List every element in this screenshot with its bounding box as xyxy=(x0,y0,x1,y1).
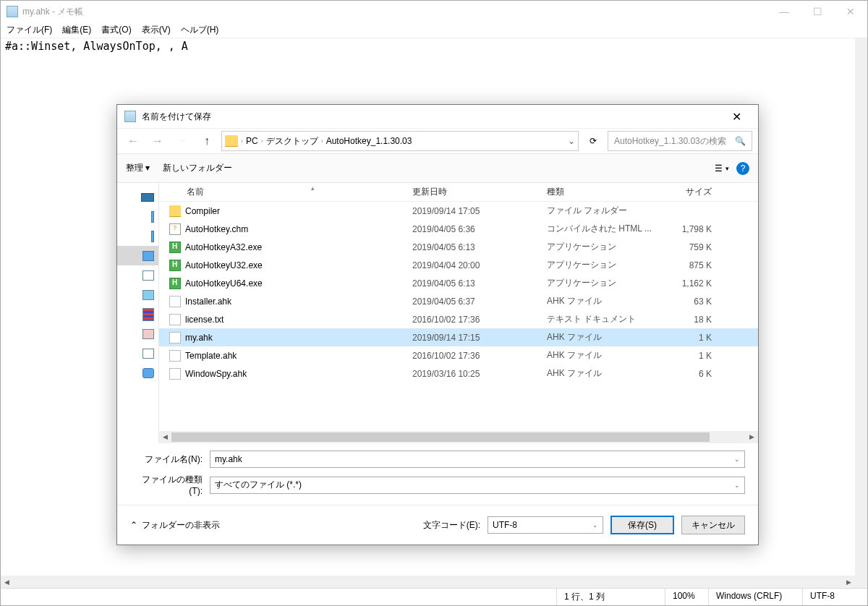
nav-forward-button[interactable]: → xyxy=(148,131,168,151)
dropdown-icon[interactable]: ⌄ xyxy=(734,456,740,463)
tree-item[interactable] xyxy=(117,265,158,285)
maximize-button[interactable]: ☐ xyxy=(801,1,834,22)
file-icon xyxy=(169,350,181,362)
dialog-title: 名前を付けて保存 xyxy=(142,111,211,123)
dropdown-icon[interactable]: ⌄ xyxy=(734,482,740,489)
file-size: 1,798 K xyxy=(667,224,718,234)
encoding-select[interactable]: UTF-8⌄ xyxy=(488,516,603,534)
chevron-icon: › xyxy=(241,137,243,145)
organize-button[interactable]: 整理 ▾ xyxy=(126,162,150,174)
file-date: 2019/09/14 17:15 xyxy=(412,333,547,343)
refresh-button[interactable]: ⟳ xyxy=(583,131,603,151)
tree-item-selected[interactable] xyxy=(117,246,158,265)
menu-file[interactable]: ファイル(F) xyxy=(7,24,52,36)
dialog-close-button[interactable]: ✕ xyxy=(722,110,751,124)
tree-item[interactable] xyxy=(117,343,158,363)
file-row[interactable]: AutoHotkey.chm2019/04/05 6:36コンパイルされた HT… xyxy=(159,220,758,238)
filetype-select[interactable]: すべてのファイル (*.*)⌄ xyxy=(210,477,745,494)
tree-item[interactable] xyxy=(117,226,158,246)
status-position: 1 行、1 列 xyxy=(556,589,665,605)
file-type: アプリケーション xyxy=(547,241,667,253)
chevron-icon: ⌃ xyxy=(130,520,137,530)
file-list-pane: 名前▴ 更新日時 種類 サイズ Compiler2019/09/14 17:05… xyxy=(159,183,758,443)
file-row[interactable]: AutoHotkeyU64.exe2019/04/05 6:13アプリケーション… xyxy=(159,274,758,292)
file-size: 875 K xyxy=(667,260,718,270)
notepad-content[interactable]: #a::Winset, AlwaysOnTop, , A xyxy=(1,38,867,54)
col-size[interactable]: サイズ xyxy=(667,186,718,198)
encoding-label: 文字コード(E): xyxy=(423,519,480,532)
save-button[interactable]: 保存(S) xyxy=(610,516,674,534)
file-name: AutoHotkey.chm xyxy=(185,224,248,234)
tree-item[interactable] xyxy=(117,207,158,226)
notepad-vscroll[interactable] xyxy=(855,38,867,588)
file-type: テキスト ドキュメント xyxy=(547,313,667,325)
breadcrumb-pc[interactable]: PC xyxy=(246,136,258,146)
file-row[interactable]: my.ahk2019/09/14 17:15AHK ファイル1 K xyxy=(159,328,758,346)
notepad-icon xyxy=(7,6,18,17)
status-encoding: UTF-8 xyxy=(802,589,867,605)
file-row[interactable]: Template.ahk2016/10/02 17:36AHK ファイル1 K xyxy=(159,346,758,364)
tree-item[interactable] xyxy=(117,304,158,324)
nav-back-button[interactable]: ← xyxy=(123,131,143,151)
nav-tree[interactable] xyxy=(117,183,159,443)
col-name[interactable]: 名前▴ xyxy=(159,186,412,198)
dialog-bottom: ⌃フォルダーの非表示 文字コード(E): UTF-8⌄ 保存(S) キャンセル xyxy=(117,505,758,545)
file-size: 18 K xyxy=(667,315,718,325)
file-type: AHK ファイル xyxy=(547,295,667,307)
file-name: Compiler xyxy=(185,206,220,216)
menu-view[interactable]: 表示(V) xyxy=(142,24,171,36)
file-row[interactable]: AutoHotkeyU32.exe2019/04/04 20:00アプリケーショ… xyxy=(159,256,758,274)
file-size: 1,162 K xyxy=(667,278,718,289)
menu-edit[interactable]: 編集(E) xyxy=(62,24,91,36)
menu-help[interactable]: ヘルプ(H) xyxy=(181,24,219,36)
file-name: WindowSpy.ahk xyxy=(185,369,247,379)
file-icon xyxy=(169,368,181,380)
address-bar[interactable]: › PC › デスクトップ › AutoHotkey_1.1.30.03 ⌄ xyxy=(221,131,579,151)
notepad-titlebar: my.ahk - メモ帳 — ☐ ✕ xyxy=(1,1,867,22)
file-date: 2019/09/14 17:05 xyxy=(412,206,547,216)
file-icon xyxy=(169,332,181,343)
file-row[interactable]: AutoHotkeyA32.exe2019/04/05 6:13アプリケーション… xyxy=(159,238,758,256)
tree-item[interactable] xyxy=(117,363,158,383)
col-type[interactable]: 種類 xyxy=(547,186,667,198)
file-row[interactable]: WindowSpy.ahk2019/03/16 10:25AHK ファイル6 K xyxy=(159,364,758,383)
file-icon xyxy=(169,242,181,253)
file-icon xyxy=(169,278,181,289)
file-row[interactable]: license.txt2016/10/02 17:36テキスト ドキュメント18… xyxy=(159,310,758,328)
file-type: AHK ファイル xyxy=(547,349,667,362)
close-button[interactable]: ✕ xyxy=(834,1,867,22)
file-list[interactable]: Compiler2019/09/14 17:05ファイル フォルダーAutoHo… xyxy=(159,202,758,431)
file-icon xyxy=(169,223,181,235)
file-row[interactable]: Installer.ahk2019/04/05 6:37AHK ファイル63 K xyxy=(159,292,758,310)
help-icon[interactable]: ? xyxy=(736,162,749,175)
nav-up-button[interactable]: ↑ xyxy=(197,131,217,151)
nav-recent-button[interactable]: ﹀ xyxy=(172,131,192,151)
tree-item[interactable] xyxy=(117,324,158,343)
filename-input[interactable]: my.ahk⌄ xyxy=(210,451,745,468)
file-size: 1 K xyxy=(667,351,718,361)
dialog-toolbar: 整理 ▾ 新しいフォルダー ☰▾ ? xyxy=(117,154,758,183)
address-dropdown-icon[interactable]: ⌄ xyxy=(568,136,575,146)
view-mode-button[interactable]: ☰▾ xyxy=(715,163,729,174)
col-date[interactable]: 更新日時 xyxy=(412,186,547,198)
notepad-hscroll[interactable]: ◀▶ xyxy=(1,576,855,588)
file-date: 2016/10/02 17:36 xyxy=(412,315,547,325)
new-folder-button[interactable]: 新しいフォルダー xyxy=(163,162,232,174)
file-date: 2016/10/02 17:36 xyxy=(412,351,547,361)
file-row[interactable]: Compiler2019/09/14 17:05ファイル フォルダー xyxy=(159,202,758,220)
breadcrumb-folder[interactable]: AutoHotkey_1.1.30.03 xyxy=(326,136,412,146)
dialog-navbar: ← → ﹀ ↑ › PC › デスクトップ › AutoHotkey_1.1.3… xyxy=(117,128,758,154)
hide-folders-toggle[interactable]: ⌃フォルダーの非表示 xyxy=(130,519,220,532)
menu-format[interactable]: 書式(O) xyxy=(101,24,131,36)
tree-item[interactable] xyxy=(117,285,158,304)
file-type: コンパイルされた HTML ... xyxy=(547,223,667,235)
minimize-button[interactable]: — xyxy=(767,1,801,22)
search-input[interactable]: AutoHotkey_1.1.30.03の検索 🔍 xyxy=(608,131,752,151)
cancel-button[interactable]: キャンセル xyxy=(681,516,745,534)
tree-item[interactable] xyxy=(117,187,158,207)
dropdown-icon[interactable]: ⌄ xyxy=(592,521,598,529)
status-zoom: 100% xyxy=(665,589,708,605)
file-hscroll[interactable]: ◀▶ xyxy=(159,431,758,443)
notepad-statusbar: 1 行、1 列 100% Windows (CRLF) UTF-8 xyxy=(1,588,867,605)
breadcrumb-desktop[interactable]: デスクトップ xyxy=(266,135,318,148)
